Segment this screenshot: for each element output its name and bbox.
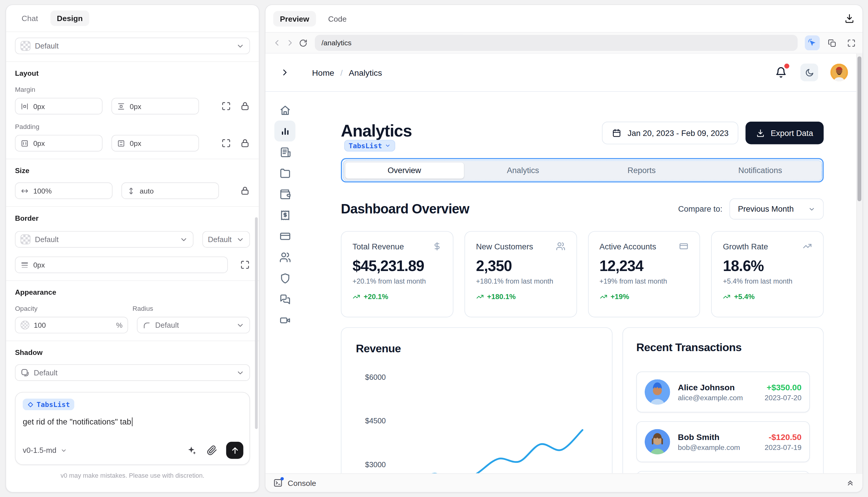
notifications-button[interactable]	[775, 66, 787, 79]
preview-scrollbar-track[interactable]	[856, 54, 863, 473]
expand-padding-button[interactable]	[221, 138, 231, 148]
tab-reports[interactable]: Reports	[582, 162, 701, 178]
expand-border-button[interactable]	[240, 260, 250, 270]
tab-code[interactable]: Code	[321, 11, 353, 26]
shield-icon	[279, 272, 291, 284]
transaction-item-partial[interactable]	[636, 471, 810, 473]
opacity-input[interactable]: 100 %	[15, 317, 128, 333]
shadow-icon	[20, 368, 29, 377]
breadcrumb: Home / Analytics	[312, 68, 382, 77]
messages-icon	[279, 293, 291, 305]
selected-element-chip[interactable]: TabsList	[23, 398, 74, 410]
sidebar-item-video[interactable]	[275, 310, 295, 331]
metric-trend: +180.1%	[476, 292, 565, 300]
terminal-icon	[273, 478, 283, 488]
padding-y-input[interactable]: 0px	[111, 135, 199, 152]
width-input[interactable]: 100%	[15, 182, 112, 199]
tabslist: OverviewAnalyticsReportsNotifications	[343, 160, 821, 180]
lock-padding-button[interactable]	[240, 138, 250, 148]
folder-icon	[279, 167, 291, 179]
margin-x-input[interactable]: 0px	[15, 98, 102, 115]
chevrons-up-icon[interactable]	[846, 479, 855, 487]
sidebar-item-bar-chart[interactable]	[275, 120, 295, 142]
sidebar-item-wallet[interactable]	[275, 184, 295, 205]
attach-file-button[interactable]	[207, 445, 217, 455]
border-variant-select[interactable]: Default	[202, 231, 250, 247]
fullscreen-button[interactable]	[847, 38, 856, 47]
enhance-prompt-button[interactable]	[186, 445, 197, 455]
dark-mode-toggle[interactable]	[800, 63, 818, 81]
receipt-icon	[279, 209, 291, 221]
sidebar-item-credit-card[interactable]	[275, 226, 295, 247]
dollar-icon	[432, 241, 442, 251]
tab-design[interactable]: Design	[50, 11, 89, 26]
text-caret	[132, 417, 133, 426]
selected-element-badge[interactable]: TabsList	[344, 140, 395, 152]
url-bar[interactable]: /analytics	[315, 35, 798, 51]
forward-button[interactable]	[285, 38, 295, 47]
metric-card: Total Revenue$45,231.89+20.1% from last …	[341, 231, 453, 317]
send-prompt-button[interactable]	[226, 442, 244, 459]
preview-viewport: Home / Analytics Analytics	[265, 54, 863, 473]
tab-chat[interactable]: Chat	[15, 11, 44, 26]
padding-vertical-icon	[117, 139, 125, 147]
refresh-button[interactable]	[299, 38, 307, 47]
metric-subtext: +5.4% from last month	[723, 278, 812, 285]
transactions-title: Recent Transactions	[636, 341, 810, 354]
lock-margin-button[interactable]	[240, 101, 250, 111]
sidebar-item-users[interactable]	[275, 246, 295, 268]
tab-preview[interactable]: Preview	[273, 11, 316, 26]
appearance-section-title: Appearance	[15, 288, 250, 296]
inspect-mode-button[interactable]	[805, 36, 820, 50]
metric-cards: Total Revenue$45,231.89+20.1% from last …	[341, 231, 824, 317]
margin-horizontal-icon	[20, 102, 29, 110]
transaction-item[interactable]: Bob Smithbob@example.com-$120.502023-07-…	[636, 421, 810, 462]
prompt-input[interactable]: get rid of the "notifications" tab	[23, 417, 242, 426]
panel-scrollbar[interactable]	[255, 217, 258, 429]
svg-text:$4500: $4500	[365, 416, 386, 425]
sidebar-item-shield[interactable]	[275, 268, 295, 288]
chevron-down-icon	[236, 235, 244, 243]
margin-y-input[interactable]: 0px	[111, 98, 199, 115]
expand-margin-button[interactable]	[221, 101, 231, 111]
preview-scrollbar-thumb[interactable]	[857, 56, 861, 201]
metric-card: Growth Rate18.6%+5.4% from last month+5.…	[711, 231, 824, 317]
home-icon	[279, 104, 291, 116]
lock-size-button[interactable]	[240, 186, 250, 196]
sidebar-item-home[interactable]	[275, 99, 295, 120]
duplicate-button[interactable]	[828, 38, 836, 47]
tab-analytics[interactable]: Analytics	[464, 162, 582, 178]
style-preset-select[interactable]: Default	[15, 38, 250, 54]
compare-select[interactable]: Previous Month	[730, 199, 824, 219]
border-style-select[interactable]: Default	[15, 231, 193, 247]
tab-overview[interactable]: Overview	[345, 162, 464, 178]
transaction-item[interactable]: Alice Johnsonalice@example.com+$350.0020…	[636, 372, 810, 412]
users-icon	[556, 241, 565, 251]
transparency-swatch-icon	[20, 235, 30, 244]
metric-value: 2,350	[476, 258, 565, 275]
user-avatar[interactable]	[830, 63, 848, 81]
export-data-button[interactable]: Export Data	[746, 122, 824, 144]
metric-subtext: +180.1% from last month	[476, 278, 565, 285]
breadcrumb-home[interactable]: Home	[312, 68, 334, 77]
height-input[interactable]: auto	[122, 182, 219, 199]
console-bar[interactable]: Console	[265, 473, 863, 492]
app-icon-sidebar	[265, 92, 304, 473]
sidebar-item-newspaper[interactable]	[275, 142, 295, 162]
border-width-input[interactable]: 0px	[15, 256, 228, 273]
sidebar-item-folder[interactable]	[275, 162, 295, 184]
model-select[interactable]: v0-1.5-md	[23, 446, 67, 454]
transaction-avatar	[645, 429, 670, 454]
back-button[interactable]	[272, 38, 281, 47]
radius-select[interactable]: Default	[137, 317, 250, 333]
sidebar-expand-icon[interactable]	[280, 68, 290, 77]
tab-notifications[interactable]: Notifications	[701, 162, 819, 178]
sidebar-item-receipt[interactable]	[275, 205, 295, 226]
shadow-select[interactable]: Default	[15, 364, 250, 381]
download-project-button[interactable]	[844, 13, 855, 24]
date-range-picker[interactable]: Jan 20, 2023 - Feb 09, 2023	[602, 122, 738, 144]
v0-workspace: Chat Design Default Layout Margin 0px 0p…	[0, 0, 868, 497]
padding-x-input[interactable]: 0px	[15, 135, 102, 152]
sidebar-item-messages[interactable]	[275, 288, 295, 310]
prompt-composer[interactable]: TabsList get rid of the "notifications" …	[15, 392, 250, 465]
